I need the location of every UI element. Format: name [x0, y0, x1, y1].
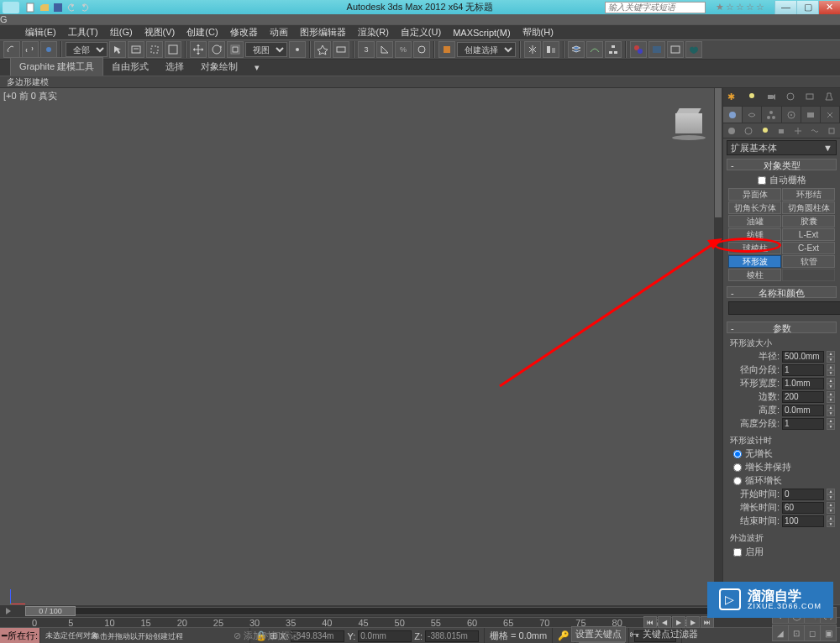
material-editor-icon[interactable] [630, 41, 647, 58]
param-spinner[interactable]: 200 [782, 391, 824, 403]
scale-icon[interactable] [227, 41, 244, 58]
star-icon[interactable]: ★ [716, 2, 724, 13]
star-icon[interactable]: ☆ [756, 2, 764, 13]
obj-btn-oiltank[interactable]: 油罐 [728, 215, 781, 227]
auto-grid-checkbox[interactable] [758, 176, 766, 185]
star-icon[interactable]: ☆ [726, 2, 734, 13]
spacewarps-icon[interactable] [806, 123, 823, 138]
keyframe-filter-dropdown[interactable]: 关键点过滤器 [643, 628, 698, 640]
star-icon[interactable]: ☆ [736, 2, 744, 13]
ref-coord-dropdown[interactable]: 视图 [245, 42, 287, 57]
spin-up-icon[interactable]: ▲ [827, 351, 835, 357]
spin-up-icon[interactable]: ▲ [827, 364, 835, 370]
menu-modifier[interactable]: 修改器 [230, 26, 258, 39]
coord-x-input[interactable] [291, 630, 344, 642]
render-setup-icon[interactable] [648, 41, 665, 58]
outer-enable-checkbox[interactable] [733, 548, 742, 557]
viewcube[interactable] [672, 113, 706, 144]
geometry-category-dropdown[interactable]: 扩展基本体▼ [727, 140, 837, 155]
menu-maxscript[interactable]: MAXScript(M) [453, 28, 510, 38]
tab-utilities-icon[interactable] [821, 107, 840, 123]
star-icon[interactable]: ☆ [746, 2, 754, 13]
utilities-icon[interactable] [824, 91, 836, 103]
select-name-icon[interactable] [128, 41, 144, 58]
select-icon[interactable] [109, 41, 126, 58]
param-spinner[interactable]: 1 [782, 364, 824, 376]
obj-btn-chamfercyl[interactable]: 切角圆柱体 [782, 201, 835, 214]
spin-down-icon[interactable]: ▼ [827, 410, 835, 416]
obj-btn-cext[interactable]: C-Ext [782, 242, 835, 254]
obj-btn-hedra[interactable]: 异面体 [728, 188, 781, 201]
time-slider-thumb[interactable]: 0 / 100 [25, 606, 76, 616]
param-spinner[interactable]: 1.0mm [782, 378, 824, 389]
obj-btn-ringwave[interactable]: 环形波 [728, 255, 781, 268]
camera-icon[interactable] [766, 91, 778, 103]
menu-graph-editor[interactable]: 图形编辑器 [300, 26, 346, 39]
ribbon-tab-graphite[interactable]: Graphite 建模工具 [10, 57, 103, 76]
angle-snap-icon[interactable] [376, 41, 393, 58]
timeline-expand-icon[interactable] [3, 605, 18, 617]
align-icon[interactable] [543, 41, 559, 58]
ribbon-tab-freeform[interactable]: 自由形式 [103, 58, 157, 76]
spin-down-icon[interactable]: ▼ [827, 397, 835, 403]
spin-down-icon[interactable]: ▼ [827, 521, 835, 527]
menu-tools[interactable]: 工具(T) [68, 26, 98, 39]
tab-hierarchy-icon[interactable] [762, 107, 781, 123]
tab-create-icon[interactable] [723, 107, 743, 123]
obj-btn-prism[interactable]: 棱柱 [728, 269, 781, 281]
fov-icon[interactable]: ◢ [772, 625, 789, 641]
radio-grow-stay[interactable] [733, 463, 742, 472]
spin-up-icon[interactable]: ▲ [827, 418, 835, 424]
viewport-label[interactable]: [+0 前 0 真实 [3, 90, 57, 102]
spin-down-icon[interactable]: ▼ [827, 370, 835, 376]
move-icon[interactable] [190, 41, 207, 58]
spin-up-icon[interactable]: ▲ [827, 391, 835, 397]
unlink-icon[interactable] [22, 41, 39, 58]
display-icon[interactable] [805, 91, 816, 103]
select-window-icon[interactable] [165, 41, 181, 58]
next-frame-icon[interactable]: ▶ [686, 616, 700, 628]
link-icon[interactable] [3, 41, 20, 58]
param-spinner[interactable]: 0 [782, 489, 824, 500]
menu-edit[interactable]: 编辑(E) [25, 26, 56, 39]
radio-no-growth[interactable] [733, 450, 742, 458]
obj-btn-lext[interactable]: L-Ext [782, 228, 835, 241]
qat-new-icon[interactable] [25, 2, 37, 13]
tab-modify-icon[interactable] [743, 107, 762, 123]
obj-btn-torus-knot[interactable]: 环形结 [782, 188, 835, 201]
obj-btn-spindle[interactable]: 纺锤 [728, 228, 781, 241]
help-search-input[interactable] [605, 2, 706, 13]
viewport[interactable]: [+0 前 0 真实 [0, 88, 722, 614]
qat-redo-icon[interactable] [79, 2, 91, 13]
maximize-viewport-icon[interactable]: ◻ [804, 625, 821, 641]
param-spinner[interactable]: 0.0mm [782, 405, 824, 416]
prefs-icon[interactable] [785, 91, 797, 103]
render-icon[interactable] [685, 41, 702, 58]
light-icon[interactable] [747, 91, 759, 103]
application-menu-button[interactable]: G [0, 14, 840, 24]
spin-up-icon[interactable]: ▲ [827, 515, 835, 521]
named-selection-dropdown[interactable]: 创建选择集 [457, 42, 516, 57]
spin-down-icon[interactable]: ▼ [827, 424, 835, 430]
menu-view[interactable]: 视图(V) [144, 26, 176, 39]
viewport-scrollbar-v[interactable] [714, 88, 722, 606]
keyboard-icon[interactable] [333, 41, 349, 58]
goto-start-icon[interactable]: ⏮ [643, 616, 657, 628]
render-frame-icon[interactable] [667, 41, 684, 58]
tab-motion-icon[interactable] [782, 107, 801, 123]
asterisk-icon[interactable]: ✱ [727, 91, 739, 103]
select-rect-icon[interactable] [146, 41, 163, 58]
spin-down-icon[interactable]: ▼ [827, 357, 835, 363]
minimize-button[interactable]: — [774, 1, 796, 14]
bind-icon[interactable] [40, 41, 57, 58]
obj-btn-hose[interactable]: 软管 [782, 255, 835, 268]
curve-editor-icon[interactable] [586, 41, 603, 58]
min-max-icon[interactable]: ▣ [820, 625, 837, 641]
pivot-icon[interactable] [289, 41, 306, 58]
add-time-tag[interactable]: ⊘ 添加时间标记 [234, 630, 299, 642]
key-icon[interactable]: 🔑 [558, 630, 570, 641]
spin-up-icon[interactable]: ▲ [827, 502, 835, 508]
obj-btn-capsule[interactable]: 胶囊 [782, 215, 835, 227]
shapes-icon[interactable] [740, 123, 757, 138]
obj-btn-chamferbox[interactable]: 切角长方体 [728, 201, 781, 214]
